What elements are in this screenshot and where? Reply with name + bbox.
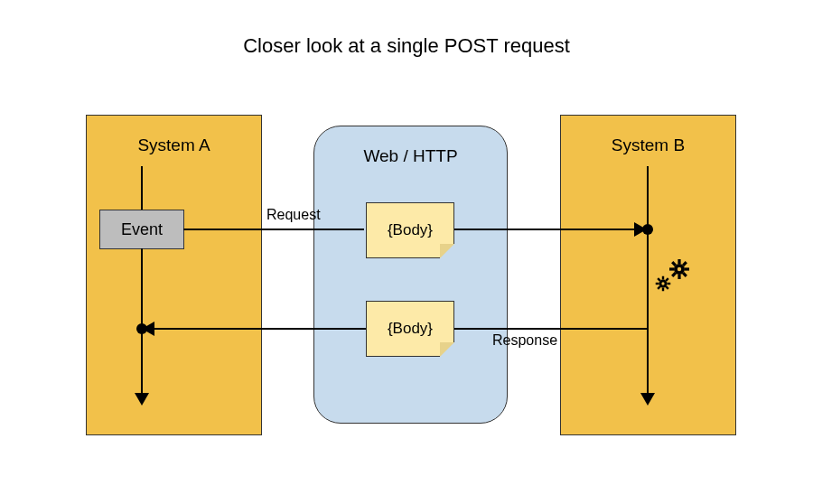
- svg-rect-13: [662, 288, 664, 292]
- response-arrow-line: [454, 328, 647, 330]
- arrow-right-icon: [634, 222, 647, 237]
- system-a-label: System A: [87, 135, 261, 155]
- svg-rect-2: [678, 259, 680, 264]
- svg-rect-12: [662, 276, 664, 280]
- web-http-box: Web / HTTP: [313, 126, 508, 424]
- svg-rect-4: [669, 267, 674, 270]
- request-arrow-line: [454, 229, 637, 230]
- system-a-lifeline: [141, 248, 143, 393]
- svg-rect-15: [668, 283, 671, 285]
- request-body-text: {Body}: [367, 221, 453, 239]
- response-arrow-line: [154, 328, 366, 330]
- system-b-label: System B: [561, 135, 735, 155]
- svg-point-11: [661, 282, 664, 285]
- request-label: Request: [266, 207, 321, 223]
- response-body-note: {Body}: [366, 301, 454, 357]
- request-arrow-line: [183, 229, 364, 230]
- svg-point-1: [678, 267, 681, 271]
- arrow-down-icon: [135, 393, 149, 406]
- svg-rect-5: [685, 267, 689, 270]
- arrow-down-icon: [640, 393, 655, 406]
- response-label: Response: [492, 332, 557, 349]
- system-b-lifeline: [647, 166, 649, 393]
- system-a-box: System A: [86, 115, 262, 435]
- web-http-label: Web / HTTP: [314, 146, 507, 166]
- svg-rect-14: [656, 283, 659, 285]
- gears-icon: [652, 253, 699, 300]
- system-a-lifeline: [141, 166, 143, 210]
- arrow-left-icon: [142, 322, 154, 336]
- svg-rect-3: [678, 275, 680, 279]
- request-body-note: {Body}: [366, 202, 454, 258]
- response-body-text: {Body}: [367, 320, 453, 338]
- diagram-title: Closer look at a single POST request: [0, 34, 813, 58]
- event-node: Event: [99, 210, 184, 249]
